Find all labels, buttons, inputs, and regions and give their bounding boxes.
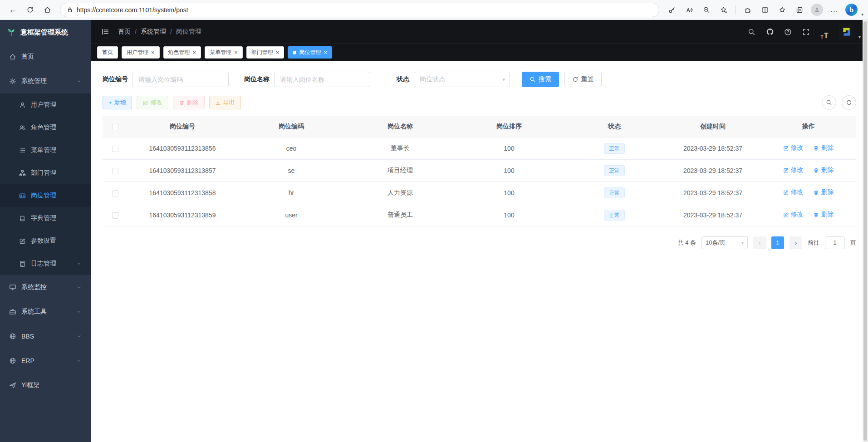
download-icon: [215, 100, 221, 106]
home-button[interactable]: [39, 2, 55, 18]
sidebar-item-menus[interactable]: 菜单管理: [0, 139, 91, 162]
read-aloud-button[interactable]: [681, 2, 697, 18]
close-icon[interactable]: ×: [276, 49, 280, 55]
page-size-select[interactable]: 10条/页 ▾: [701, 236, 748, 249]
tab-home[interactable]: 首页: [97, 46, 118, 59]
collections-button[interactable]: [791, 2, 808, 18]
sidebar-item-yi-framework[interactable]: Yi框架: [0, 373, 91, 398]
chevron-left-icon: ‹: [759, 239, 761, 246]
sidebar-item-departments[interactable]: 部门管理: [0, 162, 91, 184]
breadcrumb-system[interactable]: 系统管理: [141, 28, 166, 36]
back-button[interactable]: ←: [5, 2, 21, 18]
close-icon[interactable]: ×: [151, 49, 155, 55]
header-search-button[interactable]: [744, 24, 760, 39]
post-name-input[interactable]: [274, 72, 370, 87]
user-icon: [19, 102, 26, 108]
breadcrumb-home[interactable]: 首页: [118, 28, 131, 36]
cell-created: 2023-03-29 18:52:37: [665, 159, 760, 182]
extensions-button[interactable]: [740, 2, 756, 18]
row-checkbox[interactable]: [112, 168, 118, 174]
font-size-button[interactable]: T T: [817, 24, 832, 39]
user-menu-caret-icon[interactable]: ▾: [858, 34, 861, 40]
post-code-input[interactable]: [132, 72, 229, 87]
sidebar-item-tools[interactable]: 系统工具: [0, 300, 91, 324]
close-icon[interactable]: ×: [234, 49, 238, 55]
close-icon[interactable]: ×: [193, 49, 196, 55]
home-icon: [9, 53, 16, 60]
search-button[interactable]: 搜索: [522, 72, 559, 87]
tab-user-management[interactable]: 用户管理 ×: [122, 46, 160, 59]
row-edit-link[interactable]: 修改: [783, 211, 804, 219]
page-unit-label: 页: [850, 239, 856, 247]
split-screen-button[interactable]: [757, 2, 773, 18]
row-checkbox[interactable]: [112, 146, 118, 152]
refresh-button[interactable]: [22, 2, 38, 18]
sidebar-item-posts[interactable]: 岗位管理: [0, 184, 91, 207]
add-button[interactable]: + 新增: [103, 96, 132, 109]
chevron-down-icon: [76, 285, 82, 290]
scrollbar-thumb[interactable]: [863, 21, 867, 441]
sidebar-item-users[interactable]: 用户管理: [0, 93, 91, 116]
row-delete-link[interactable]: 删除: [813, 144, 834, 152]
row-edit-link[interactable]: 修改: [783, 144, 804, 152]
export-button[interactable]: 导出: [209, 96, 241, 109]
reset-button[interactable]: 重置: [564, 72, 602, 87]
row-delete-link[interactable]: 删除: [813, 188, 834, 196]
row-edit-link[interactable]: 修改: [783, 166, 804, 174]
sidebar-item-bbs[interactable]: BBS: [0, 324, 91, 349]
table-row: 1641030593112313856 ceo 董事长 100 正常 2023-…: [103, 137, 856, 159]
sidebar-toggle-button[interactable]: [98, 25, 113, 39]
sidebar-item-parameters[interactable]: 参数设置: [0, 230, 91, 252]
select-all-checkbox[interactable]: [112, 124, 118, 130]
show-search-button[interactable]: [822, 95, 836, 110]
page-number-button[interactable]: 1: [771, 236, 784, 249]
sidebar-item-roles[interactable]: 角色管理: [0, 116, 91, 139]
row-checkbox[interactable]: [112, 212, 118, 219]
bing-caret-icon[interactable]: ▾: [861, 12, 863, 18]
cell-post-sort: 100: [455, 137, 564, 159]
sidebar-item-logs[interactable]: 日志管理: [0, 252, 91, 275]
navbar-right: T T ▾: [744, 24, 861, 40]
row-edit-link[interactable]: 修改: [783, 188, 804, 196]
window-scrollbar[interactable]: [863, 20, 868, 442]
fullscreen-icon: [802, 28, 810, 36]
sidebar-item-erp[interactable]: ERP: [0, 349, 91, 373]
address-bar[interactable]: https://ccnetcore.com:1101/system/post: [60, 3, 659, 17]
column-post-name: 岗位名称: [346, 116, 455, 137]
refresh-table-button[interactable]: [842, 95, 856, 110]
tab-department-management[interactable]: 部门管理 ×: [246, 46, 284, 59]
chevron-up-icon: [76, 79, 82, 84]
bing-button[interactable]: b: [843, 2, 859, 18]
breadcrumb: 首页 / 系统管理 / 岗位管理: [118, 28, 201, 36]
row-delete-link[interactable]: 删除: [813, 211, 834, 219]
help-button[interactable]: [780, 24, 796, 39]
tab-post-management[interactable]: 岗位管理 ×: [288, 46, 332, 59]
app-logo: 意框架管理系统: [0, 20, 91, 44]
edit-button[interactable]: 修改: [137, 96, 168, 109]
favorites-button[interactable]: [774, 2, 790, 18]
logo-leaf-icon: [6, 27, 16, 37]
tab-role-management[interactable]: 角色管理 ×: [163, 46, 201, 59]
close-icon[interactable]: ×: [324, 49, 327, 55]
delete-button[interactable]: 删除: [173, 96, 205, 109]
goto-page-input[interactable]: [825, 236, 845, 249]
sidebar-item-system[interactable]: 系统管理: [0, 69, 91, 93]
password-key-button[interactable]: [664, 2, 680, 18]
browser-menu-button[interactable]: …: [826, 2, 842, 18]
fullscreen-button[interactable]: [799, 24, 814, 39]
row-delete-link[interactable]: 删除: [813, 166, 834, 174]
next-page-button[interactable]: ›: [790, 236, 802, 249]
sidebar-item-home[interactable]: 首页: [0, 44, 91, 69]
tab-menu-management[interactable]: 菜单管理 ×: [205, 46, 243, 59]
sidebar-item-dictionary[interactable]: 字典管理: [0, 207, 91, 230]
status-select[interactable]: 岗位状态 ▾: [414, 72, 510, 87]
sidebar-item-monitor[interactable]: 系统监控: [0, 275, 91, 300]
browser-profile-button[interactable]: [809, 2, 825, 18]
cell-post-sort: 100: [455, 159, 564, 182]
prev-page-button[interactable]: ‹: [753, 236, 766, 249]
favorites-add-button[interactable]: [716, 2, 732, 18]
zoom-button[interactable]: [698, 2, 715, 18]
row-checkbox[interactable]: [112, 190, 118, 196]
github-button[interactable]: [762, 24, 778, 39]
user-avatar[interactable]: [839, 24, 855, 40]
